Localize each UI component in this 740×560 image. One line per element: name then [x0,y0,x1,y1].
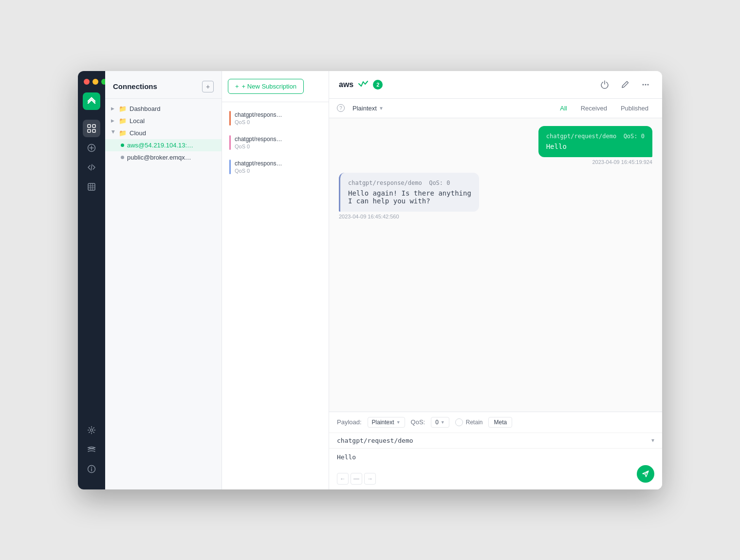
sidebar-item-label: aws@54.219.104.13:… [127,142,193,149]
messages-area: chatgpt/request/demo QoS: 0 Hello 2023-0… [329,118,662,412]
clear-button[interactable]: — [351,473,362,485]
topic-expand-icon[interactable]: ▾ [651,437,654,444]
connection-status-dot [121,144,124,147]
subscription-item[interactable]: chatgpt/respons… QoS 0 [222,155,329,179]
sidebar-item-cloud[interactable]: ▶ 📁 Cloud [105,127,222,139]
sidebar-item-script[interactable] [83,159,100,176]
sub-color-indicator [229,135,231,150]
payload-format-label: Plaintext [352,105,377,112]
tab-received[interactable]: Received [575,103,613,114]
svg-point-19 [648,84,649,85]
subscriptions-panel: + + New Subscription chatgpt/respons… Qo… [222,71,329,489]
more-button[interactable] [639,78,652,91]
sub-topic: chatgpt/respons… [235,111,323,118]
app-logo [83,92,100,110]
new-subscription-label: + New Subscription [242,83,296,90]
svg-point-16 [91,467,92,468]
message-meta: chatgpt/response/demo QoS: 0 [348,180,471,186]
next-message-button[interactable]: → [364,473,376,485]
svg-rect-8 [88,183,95,190]
minimize-button[interactable] [92,79,98,85]
sidebar-item-aws[interactable]: aws@54.219.104.13:… [105,139,222,151]
sub-qos: QoS 0 [235,119,323,125]
prev-message-button[interactable]: ← [337,473,349,485]
sub-topic: chatgpt/respons… [235,160,323,167]
sidebar-item-settings[interactable] [83,421,100,439]
folder-icon: 📁 [119,117,127,125]
sidebar-item-logs[interactable] [83,441,100,458]
filter-tabs: All Received Published [554,103,654,114]
tab-all[interactable]: All [554,103,573,114]
retain-toggle[interactable]: Retain [455,418,483,426]
sidebar-item-dashboard[interactable]: ▶ 📁 Dashboard [105,103,222,115]
chevron-down-icon: ▼ [396,420,401,425]
power-button[interactable] [598,78,611,91]
svg-rect-1 [92,125,95,127]
sidebar-item-connections[interactable] [83,120,100,137]
topic-input[interactable] [337,437,648,444]
qos-select[interactable]: 0 ▼ [431,417,449,428]
subscription-item[interactable]: chatgpt/respons… QoS 0 [222,106,329,130]
retain-circle-icon [455,418,463,426]
sidebar-item-local[interactable]: ▶ 📁 Local [105,115,222,127]
meta-button[interactable]: Meta [488,417,512,428]
folder-icon: 📁 [119,105,127,112]
sidebar-item-info[interactable] [83,460,100,478]
subscription-list: chatgpt/respons… QoS 0 chatgpt/respons… … [222,102,329,489]
main-area: aws 2 [329,71,662,489]
sidebar-item-add[interactable] [83,139,100,157]
send-button[interactable] [637,465,654,483]
edit-button[interactable] [618,78,632,91]
close-button[interactable] [84,79,90,85]
payload-format-select[interactable]: Plaintext ▼ [368,417,405,428]
sidebar-item-label: Cloud [130,129,146,137]
subscription-item[interactable]: chatgpt/respons… QoS 0 [222,130,329,155]
message-input[interactable]: Hello [337,453,633,473]
sidebar-item-label: Local [130,117,145,125]
header-left: aws 2 [339,80,383,90]
connections-tree: ▶ 📁 Dashboard ▶ 📁 Local ▶ 📁 Cloud aws@54… [105,99,222,489]
help-icon[interactable]: ? [337,104,345,112]
message-body: Hello [546,143,645,150]
connection-badge: 2 [373,80,383,90]
message-item: chatgpt/request/demo QoS: 0 Hello 2023-0… [339,126,652,165]
plus-icon: + [235,83,239,90]
message-meta: chatgpt/request/demo QoS: 0 [546,133,645,140]
topic-row: ▾ [329,433,662,449]
retain-label: Retain [466,419,483,426]
svg-rect-3 [92,129,95,132]
sidebar-nav-bottom [83,421,100,482]
chevron-right-icon: ▶ [111,106,116,111]
sidebar-item-benchmark[interactable] [83,178,100,196]
sub-color-indicator [229,160,231,174]
sub-color-indicator [229,111,231,126]
icon-sidebar [78,71,105,489]
sidebar-item-public[interactable]: public@broker.emqx… [105,151,222,163]
svg-rect-2 [88,129,91,132]
message-item: chatgpt/response/demo QoS: 0 Hello again… [339,173,652,219]
sub-info: chatgpt/respons… QoS 0 [235,136,323,149]
traffic-lights [78,79,107,85]
qos-label: QoS: [411,418,426,426]
connection-status-dot [121,156,124,159]
message-timestamp: 2023-04-09 16:45:19:924 [592,159,652,165]
subscriptions-header: + + New Subscription [222,71,329,102]
tab-published[interactable]: Published [615,103,654,114]
connection-sidebar: Connections + ▶ 📁 Dashboard ▶ 📁 Local ▶ … [105,71,222,489]
chevron-down-icon: ▼ [379,106,384,111]
svg-rect-0 [88,125,91,127]
new-subscription-button[interactable]: + + New Subscription [228,79,304,94]
message-filters: ? Plaintext ▼ All Received Published [329,99,662,118]
compose-toolbar: Payload: Plaintext ▼ QoS: 0 ▼ Retain Met… [329,412,662,433]
folder-icon: 📁 [119,129,127,137]
svg-line-7 [91,164,92,170]
payload-format-selector[interactable]: Plaintext ▼ [349,103,388,114]
svg-point-17 [643,84,644,85]
payload-label: Payload: [337,418,362,426]
svg-point-18 [645,84,647,85]
sub-qos: QoS 0 [235,144,323,149]
sub-qos: QoS 0 [235,168,323,174]
svg-point-13 [91,429,93,431]
connection-status-icon [358,80,368,89]
add-connection-button[interactable]: + [202,81,214,92]
